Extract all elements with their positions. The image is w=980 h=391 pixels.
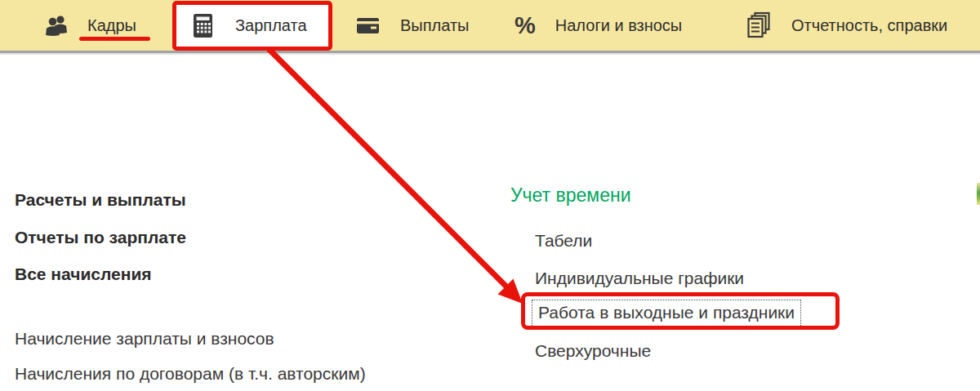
nav-label-zarplata: Зарплата: [235, 16, 307, 35]
nav-item-zarplata-active-tab[interactable]: Зарплата: [172, 1, 332, 51]
clipped-edge-icon: [977, 183, 980, 205]
navbar-separator-light: [0, 53, 980, 55]
nav-item-nalogi[interactable]: % Налоги и взносы: [514, 0, 682, 51]
app-window: Кадры Зарплата: [0, 0, 980, 391]
people-icon: [45, 15, 69, 37]
nav-label-otchetnost: Отчетность, справки: [791, 16, 947, 35]
report-documents-icon: [746, 11, 773, 39]
nav-label-kadry: Кадры: [87, 16, 136, 35]
menu-link-rabota-v-vyhodnye[interactable]: Работа в выходные и праздники: [532, 300, 801, 327]
nav-label-nalogi: Налоги и взносы: [555, 16, 682, 35]
nav-item-vyplaty[interactable]: Выплаты: [357, 0, 469, 51]
percent-icon: %: [514, 14, 536, 38]
bank-card-icon: [357, 18, 379, 33]
calculator-icon: [194, 14, 212, 38]
menu-link-nachisleniya-po-dogovoram[interactable]: Начисления по договорам (в т.ч. авторски…: [15, 364, 366, 384]
menu-link-individualnye-grafiki[interactable]: Индивидуальные графики: [535, 269, 744, 288]
red-underline-annotation: [79, 37, 150, 41]
section-navbar: Кадры Зарплата: [0, 0, 980, 51]
menu-group-otchety-po-zarplate[interactable]: Отчеты по зарплате: [15, 228, 186, 247]
menu-group-raschety-i-vyplaty[interactable]: Расчеты и выплаты: [15, 190, 186, 210]
menu-link-tabeli[interactable]: Табели: [535, 231, 592, 251]
section-header-uchet-vremeni: Учет времени: [510, 184, 631, 207]
menu-link-nachislenie-zarplaty[interactable]: Начисление зарплаты и взносов: [15, 329, 274, 349]
menu-link-sverhurochnye[interactable]: Сверхурочные: [535, 341, 651, 361]
nav-label-vyplaty: Выплаты: [400, 16, 469, 35]
nav-item-kadry[interactable]: Кадры: [45, 0, 136, 51]
nav-item-otchetnost[interactable]: Отчетность, справки: [746, 0, 947, 51]
menu-group-vse-nachisleniya[interactable]: Все начисления: [15, 264, 152, 284]
